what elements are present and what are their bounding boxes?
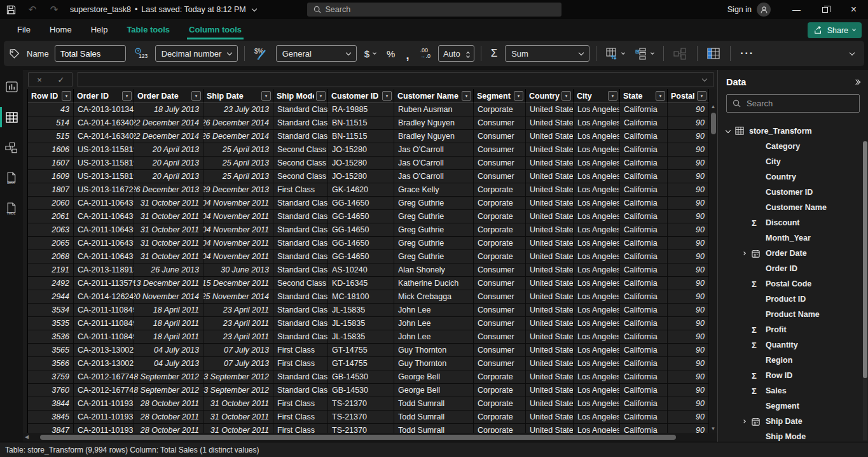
table-cell[interactable]: Standard Class xyxy=(273,210,328,223)
table-cell[interactable]: 18 April 2011 xyxy=(134,304,203,317)
table-cell[interactable]: Los Angeles xyxy=(574,197,620,210)
field-item-city[interactable]: City xyxy=(726,154,860,169)
table-cell[interactable]: 90 xyxy=(668,330,709,344)
menu-tab-column-tools[interactable]: Column tools xyxy=(179,19,251,39)
collapse-ribbon-chevron-icon[interactable] xyxy=(850,50,855,55)
table-cell[interactable]: California xyxy=(620,237,668,250)
table-cell[interactable]: 20 April 2013 xyxy=(134,170,203,183)
vertical-scrollbar[interactable]: ▲ ▼ xyxy=(709,103,717,433)
table-cell[interactable]: Standard Class xyxy=(273,290,328,304)
table-cell[interactable]: 04 November 2011 xyxy=(203,237,273,250)
table-cell[interactable]: Katherine Ducich xyxy=(394,277,474,290)
table-row[interactable]: 514CA-2014-16340522 December 201426 Dece… xyxy=(23,116,717,130)
table-cell[interactable]: 90 xyxy=(668,197,709,210)
table-cell[interactable]: United States xyxy=(526,411,574,424)
table-cell[interactable]: Corporate xyxy=(474,397,526,411)
decimal-places-button[interactable]: .00→.0 xyxy=(417,45,434,62)
table-cell[interactable]: 15 December 2011 xyxy=(203,277,273,290)
field-item-profit[interactable]: ΣProfit xyxy=(726,322,860,337)
table-cell[interactable]: California xyxy=(620,397,668,411)
table-cell[interactable]: 3566 xyxy=(28,357,74,370)
table-cell[interactable]: First Class xyxy=(273,397,328,411)
table-cell[interactable]: Los Angeles xyxy=(574,237,620,250)
format-dropdown[interactable]: General xyxy=(276,45,357,62)
table-row[interactable]: 3760CA-2012-16774518 September 201223 Se… xyxy=(23,384,717,397)
table-cell[interactable]: California xyxy=(620,183,668,197)
menu-tab-home[interactable]: Home xyxy=(40,19,81,39)
column-filter-button[interactable]: ▾ xyxy=(561,91,571,101)
field-item-country[interactable]: Country xyxy=(726,169,860,185)
table-cell[interactable]: First Class xyxy=(273,344,328,357)
panel-scrollbar[interactable] xyxy=(863,141,867,440)
table-cell[interactable]: 90 xyxy=(668,143,709,157)
data-groups-button[interactable] xyxy=(632,45,657,62)
table-cell[interactable]: 25 April 2013 xyxy=(203,170,273,183)
table-cell[interactable]: 31 October 2011 xyxy=(203,424,273,433)
table-cell[interactable]: 2068 xyxy=(28,250,74,264)
table-row[interactable]: 3566CA-2013-13002904 July 201307 July 20… xyxy=(23,357,717,370)
table-cell[interactable]: Todd Sumrall xyxy=(394,411,474,424)
table-cell[interactable]: 23 April 2011 xyxy=(203,317,273,330)
table-row[interactable]: 3845CA-2011-10193128 October 201131 Octo… xyxy=(23,411,717,424)
table-cell[interactable]: California xyxy=(620,370,668,384)
table-cell[interactable]: Standard Class xyxy=(273,237,328,250)
table-row[interactable]: 3535CA-2011-11084918 April 201123 April … xyxy=(23,317,717,330)
table-cell[interactable]: 04 November 2011 xyxy=(203,223,273,237)
table-cell[interactable]: Jas O'Carroll xyxy=(394,157,474,170)
table-cell[interactable]: CA-2014-163405 xyxy=(74,116,134,130)
table-cell[interactable]: TS-21370 xyxy=(328,424,394,433)
thousands-separator-button[interactable]: , xyxy=(403,45,412,62)
table-cell[interactable]: KD-16345 xyxy=(328,277,394,290)
table-cell[interactable]: 25 April 2013 xyxy=(203,157,273,170)
table-cell[interactable]: GG-14650 xyxy=(328,237,394,250)
field-item-product-name[interactable]: Product Name xyxy=(726,307,860,322)
table-cell[interactable]: CA-2013-118913 xyxy=(74,264,134,277)
table-cell[interactable]: Consumer xyxy=(474,170,526,183)
table-cell[interactable]: CA-2014-163405 xyxy=(74,130,134,143)
table-cell[interactable]: California xyxy=(620,210,668,223)
table-cell[interactable]: 23 July 2013 xyxy=(203,103,273,116)
table-cell[interactable]: US-2013-115819 xyxy=(74,170,134,183)
table-cell[interactable]: 90 xyxy=(668,210,709,223)
table-cell[interactable]: California xyxy=(620,143,668,157)
table-row[interactable]: 2492CA-2011-11357913 December 201115 Dec… xyxy=(23,277,717,290)
table-cell[interactable]: California xyxy=(620,116,668,130)
table-cell[interactable]: CA-2013-130029 xyxy=(74,344,134,357)
formula-commit-button[interactable]: ✓ xyxy=(50,75,72,85)
table-cell[interactable]: United States xyxy=(526,130,574,143)
column-filter-button[interactable]: ▾ xyxy=(656,91,665,101)
title-chevron-down-icon[interactable] xyxy=(251,6,256,11)
table-cell[interactable]: California xyxy=(620,250,668,264)
table-cell[interactable]: Consumer xyxy=(474,304,526,317)
table-cell[interactable]: United States xyxy=(526,157,574,170)
table-row[interactable]: 515CA-2014-16340522 December 201426 Dece… xyxy=(23,130,717,143)
table-cell[interactable]: 31 October 2011 xyxy=(203,397,273,411)
table-cell[interactable]: California xyxy=(620,223,668,237)
table-cell[interactable]: Greg Guthrie xyxy=(394,250,474,264)
table-row[interactable]: 1807US-2013-11672926 December 201329 Dec… xyxy=(23,183,717,197)
table-cell[interactable]: 2944 xyxy=(28,290,74,304)
table-cell[interactable]: 90 xyxy=(668,183,709,197)
table-cell[interactable]: 04 July 2013 xyxy=(134,344,203,357)
table-cell[interactable]: 514 xyxy=(28,116,74,130)
table-cell[interactable]: GG-14650 xyxy=(328,250,394,264)
table-cell[interactable]: 18 September 2012 xyxy=(134,384,203,397)
model-view-button[interactable] xyxy=(0,137,23,158)
table-cell[interactable]: First Class xyxy=(273,411,328,424)
table-cell[interactable]: 26 June 2013 xyxy=(134,264,203,277)
table-cell[interactable]: 1609 xyxy=(28,170,74,183)
table-cell[interactable]: 04 November 2011 xyxy=(203,197,273,210)
table-cell[interactable]: 31 October 2011 xyxy=(134,250,203,264)
undo-icon[interactable]: ↶ xyxy=(22,0,43,19)
table-cell[interactable]: CA-2011-101931 xyxy=(74,397,134,411)
column-header-state[interactable]: State▾ xyxy=(620,89,668,103)
table-cell[interactable]: Los Angeles xyxy=(574,143,620,157)
table-cell[interactable]: Los Angeles xyxy=(574,357,620,370)
table-cell[interactable]: Los Angeles xyxy=(574,157,620,170)
table-cell[interactable]: Standard Class xyxy=(273,384,328,397)
table-row[interactable]: 2944CA-2014-12624220 November 201425 Nov… xyxy=(23,290,717,304)
table-cell[interactable]: 28 October 2011 xyxy=(134,411,203,424)
table-cell[interactable]: Los Angeles xyxy=(574,116,620,130)
table-cell[interactable]: United States xyxy=(526,384,574,397)
table-row[interactable]: 3844CA-2011-10193128 October 201131 Octo… xyxy=(23,397,717,411)
